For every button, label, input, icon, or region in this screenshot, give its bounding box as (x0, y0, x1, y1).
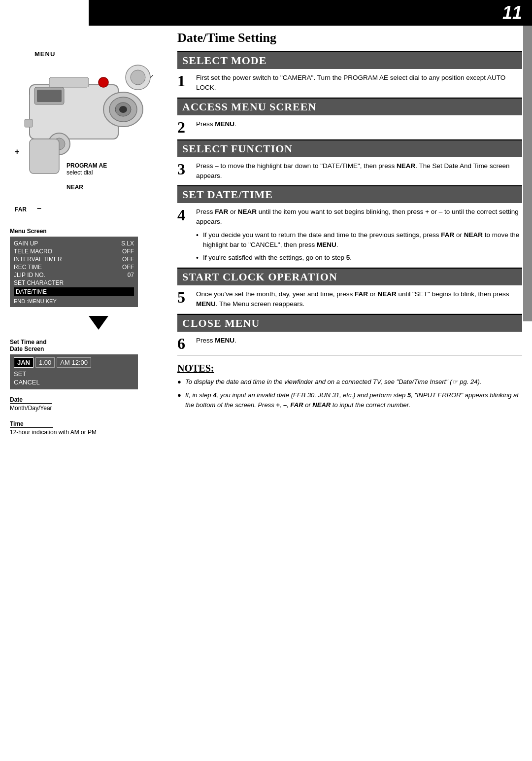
step-3-number: 3 (177, 161, 192, 177)
menu-row-rec-time: REC TIMEOFF (14, 263, 134, 271)
notes-title: NOTES: (177, 363, 522, 374)
step-5-body: 5 Once you've set the month, day, year a… (177, 285, 522, 314)
step-2-header-text: Access Menu Screen (182, 101, 316, 113)
step-2-body: 2 Press MENU. (177, 115, 522, 139)
step-6-number: 6 (177, 336, 192, 351)
time-sub: 12-hour indication with AM or PM (10, 429, 163, 436)
step-5-section: Start Clock Operation 5 Once you've set … (177, 268, 522, 314)
menu-screen-section: Menu Screen GAIN UPS.LX TELE MACROOFF IN… (10, 228, 163, 307)
dial-detail (123, 63, 153, 94)
step-5-header-text: Start Clock Operation (182, 271, 337, 283)
set-time-box: JAN 1.00 AM 12:00 SET CANCEL (10, 354, 138, 389)
page-number: 11 (502, 2, 522, 23)
step-4-content: Press FAR or NEAR until the item you wan… (196, 207, 522, 263)
date-label: Date (10, 396, 52, 404)
step-5-number: 5 (177, 289, 192, 305)
step-1-body: 1 First set the power switch to "CAMERA"… (177, 69, 522, 98)
date-note: Date Month/Day/Year (10, 396, 163, 412)
step-1-header-text: Select Mode (182, 54, 266, 67)
set-time-labels: Set Time and Date Screen (10, 339, 163, 352)
step-4-section: Set Date/Time 4 Press FAR or NEAR until … (177, 185, 522, 268)
step-6-body: 6 Press MENU. (177, 332, 522, 356)
set-row: SET (14, 370, 134, 378)
menu-row-interval-timer: INTERVAL TIMEROFF (14, 255, 134, 263)
page-title: Date/Time Setting (177, 31, 522, 45)
note-item-2: If, in step 4, you input an invalid date… (177, 390, 522, 410)
svg-rect-15 (131, 70, 145, 85)
step-4-bullet-1: • If you decide you want to return the d… (196, 230, 522, 250)
step-4-bullet-2: • If you're satisfied with the settings,… (196, 253, 522, 263)
svg-point-8 (99, 77, 108, 87)
step-2-content: Press MENU. (196, 119, 522, 129)
menu-row-date-time: DATE/TIME (14, 287, 134, 296)
set-time-label: Set Time and Date Screen (10, 339, 46, 352)
down-arrow (34, 311, 163, 335)
menu-end-key: END :MENU KEY (14, 298, 134, 304)
note-item-1: To display the date and time in the view… (177, 377, 522, 387)
step-5-content: Once you've set the month, day, year and… (196, 289, 522, 310)
step-6-content: Press MENU. (196, 336, 522, 346)
top-bar: 11 (89, 0, 532, 26)
plus-label: + (15, 147, 19, 156)
step-3-body: 3 Press – to move the highlight bar down… (177, 157, 522, 186)
svg-rect-6 (37, 90, 62, 102)
step-1-header: Select Mode (177, 52, 522, 69)
step-3-header-text: Select Function (182, 142, 293, 155)
menu-row-jlip-id: JLIP ID NO.07 (14, 271, 134, 279)
step-5-header: Start Clock Operation (177, 269, 522, 285)
left-column: MENU (0, 26, 167, 761)
time-label: Time (10, 420, 53, 428)
step-4-header: Set Date/Time (177, 186, 522, 203)
step-1-section: Select Mode 1 First set the power switch… (177, 51, 522, 98)
step-3-header: Select Function (177, 140, 522, 157)
menu-row-gain-up: GAIN UPS.LX (14, 240, 134, 247)
svg-rect-13 (30, 139, 59, 173)
step-1-number: 1 (177, 73, 192, 89)
step-6-section: Close Menu 6 Press MENU. (177, 314, 522, 356)
svg-point-4 (119, 106, 127, 113)
menu-screen-box: GAIN UPS.LX TELE MACROOFF INTERVAL TIMER… (10, 237, 138, 307)
menu-screen-label: Menu Screen (10, 228, 163, 235)
notes-list: To display the date and time in the view… (177, 377, 522, 410)
step-4-body: 4 Press FAR or NEAR until the item you w… (177, 203, 522, 268)
am-time-box: AM 12:00 (57, 357, 91, 368)
set-time-display-row: JAN 1.00 AM 12:00 (14, 357, 134, 368)
svg-rect-7 (49, 77, 89, 87)
far-label: FAR (15, 206, 27, 213)
step-6-header: Close Menu (177, 315, 522, 332)
near-label: NEAR (66, 184, 83, 191)
svg-rect-12 (25, 119, 33, 127)
step-3-section: Select Function 3 Press – to move the hi… (177, 139, 522, 186)
right-column: Date/Time Setting Select Mode 1 First se… (167, 26, 532, 761)
step-3-content: Press – to move the highlight bar down t… (196, 161, 522, 181)
date-time-notes-section: Date Month/Day/Year Time 12-hour indicat… (10, 396, 163, 436)
step-2-number: 2 (177, 119, 192, 135)
set-time-section: Set Time and Date Screen JAN 1.00 AM 12:… (10, 339, 163, 389)
step-2-header: Access Menu Screen (177, 99, 522, 115)
program-ae-label: PROGRAM AE select dial (66, 162, 107, 176)
camera-diagram: MENU (10, 35, 158, 218)
notes-section: NOTES: To display the date and time in t… (177, 363, 522, 410)
cancel-row: CANCEL (14, 378, 134, 386)
menu-row-tele-macro: TELE MACROOFF (14, 247, 134, 255)
step-4-number: 4 (177, 207, 192, 223)
sidebar-accent-bar (523, 26, 532, 321)
step-6-header-text: Close Menu (182, 317, 260, 330)
date-sub: Month/Day/Year (10, 405, 163, 412)
step-1-content: First set the power switch to "CAMERA". … (196, 73, 522, 93)
time-100-box: 1.00 (35, 357, 55, 368)
step-4-header-text: Set Date/Time (182, 188, 273, 201)
jan-box: JAN (14, 357, 33, 368)
menu-row-set-character: SET CHARACTER (14, 279, 134, 287)
step-2-section: Access Menu Screen 2 Press MENU. (177, 98, 522, 139)
time-note: Time 12-hour indication with AM or PM (10, 416, 163, 436)
minus-label: – (37, 204, 41, 213)
